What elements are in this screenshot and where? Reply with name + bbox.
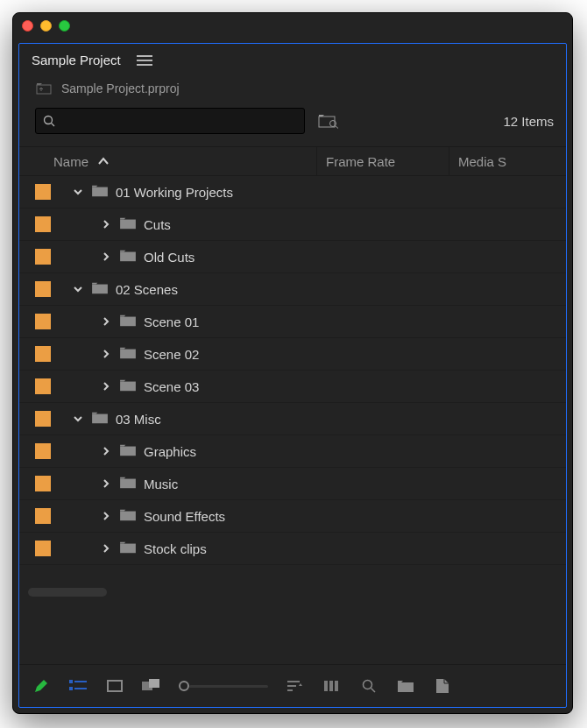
project-file-name: Sample Project.prproj: [61, 81, 180, 95]
svg-rect-27: [287, 689, 293, 691]
label-swatch[interactable]: [35, 216, 51, 232]
chevron-right-icon[interactable]: [96, 381, 116, 392]
chevron-right-icon[interactable]: [96, 349, 116, 359]
label-swatch[interactable]: [35, 346, 51, 362]
svg-rect-21: [74, 688, 87, 689]
column-header-name[interactable]: Name: [48, 147, 317, 175]
column-header-mediastart[interactable]: Media S: [449, 147, 566, 175]
chevron-right-icon[interactable]: [96, 478, 116, 489]
bin-icon: [116, 314, 144, 330]
svg-rect-26: [287, 685, 296, 687]
svg-rect-28: [324, 681, 328, 691]
project-table: Name Frame Rate Media S 01 Working Proje…: [19, 146, 566, 664]
label-swatch[interactable]: [35, 541, 51, 556]
column-header-framerate[interactable]: Frame Rate: [317, 147, 449, 175]
app-window: Sample Project Sample Project.prproj: [12, 12, 573, 714]
svg-rect-15: [120, 478, 136, 488]
row-label: Graphics: [144, 444, 196, 459]
table-row[interactable]: Sound Effects: [19, 500, 566, 533]
sort-icons-button[interactable]: [286, 676, 305, 696]
chevron-down-icon[interactable]: [68, 413, 88, 424]
label-swatch[interactable]: [35, 378, 51, 394]
label-swatch[interactable]: [35, 476, 51, 491]
table-row[interactable]: Music: [19, 468, 566, 500]
label-swatch[interactable]: [35, 443, 51, 459]
chevron-right-icon[interactable]: [96, 511, 116, 521]
row-label: 01 Working Projects: [116, 185, 233, 200]
table-row[interactable]: Cuts: [19, 209, 566, 241]
chevron-right-icon[interactable]: [96, 251, 116, 262]
row-label: 03 Misc: [116, 412, 161, 427]
search-bins-toggle[interactable]: [317, 112, 340, 130]
window-close-button[interactable]: [22, 20, 33, 32]
project-file-row: Sample Project.prproj: [19, 74, 566, 102]
svg-rect-7: [120, 219, 136, 229]
thumbnail-size-slider[interactable]: [179, 676, 268, 696]
chevron-right-icon[interactable]: [96, 316, 116, 327]
find-icon[interactable]: [359, 676, 378, 696]
window-minimize-button[interactable]: [40, 20, 52, 32]
table-row[interactable]: 03 Misc: [19, 403, 566, 435]
table-row[interactable]: 01 Working Projects: [19, 176, 566, 209]
row-label: Scene 02: [144, 347, 199, 362]
svg-line-2: [52, 124, 55, 127]
table-row[interactable]: Stock clips: [19, 533, 566, 565]
svg-rect-25: [287, 681, 300, 682]
horizontal-scroll-thumb[interactable]: [28, 588, 107, 597]
table-row[interactable]: Old Cuts: [19, 241, 566, 273]
search-input[interactable]: [62, 114, 297, 129]
table-row[interactable]: 02 Scenes: [19, 273, 566, 306]
pencil-icon[interactable]: [32, 676, 51, 696]
bin-icon: [88, 411, 116, 428]
row-label: Old Cuts: [144, 250, 194, 265]
row-label: Scene 03: [144, 379, 199, 394]
label-swatch[interactable]: [35, 184, 51, 200]
chevron-down-icon[interactable]: [68, 187, 88, 197]
svg-rect-12: [120, 381, 136, 391]
icon-view-icon[interactable]: [105, 676, 124, 696]
svg-rect-10: [120, 316, 136, 326]
label-swatch[interactable]: [35, 281, 51, 297]
label-swatch[interactable]: [35, 314, 51, 329]
list-view-icon[interactable]: [68, 676, 88, 696]
label-swatch[interactable]: [35, 508, 51, 524]
chevron-down-icon[interactable]: [68, 284, 88, 294]
table-row[interactable]: Scene 02: [19, 338, 566, 371]
panel-menu-icon[interactable]: [137, 55, 152, 66]
svg-rect-8: [120, 251, 136, 261]
panel-title: Sample Project: [32, 53, 121, 67]
chevron-right-icon[interactable]: [96, 446, 116, 456]
table-row[interactable]: Scene 01: [19, 306, 566, 338]
automate-sequence-icon[interactable]: [322, 676, 342, 696]
horizontal-scrollbar[interactable]: [28, 588, 557, 598]
freeform-view-icon[interactable]: [142, 676, 161, 696]
table-row[interactable]: Graphics: [19, 435, 566, 468]
items-count: 12 Items: [503, 114, 554, 129]
chevron-right-icon[interactable]: [96, 543, 116, 554]
search-box[interactable]: [35, 108, 305, 134]
table-row[interactable]: Scene 03: [19, 371, 566, 403]
svg-rect-13: [92, 413, 108, 423]
svg-rect-33: [398, 682, 414, 692]
window-zoom-button[interactable]: [59, 20, 70, 32]
chevron-right-icon[interactable]: [96, 219, 116, 230]
new-bin-icon[interactable]: [396, 676, 415, 696]
row-label: Scene 01: [144, 315, 199, 329]
svg-line-32: [371, 689, 376, 693]
bin-icon: [88, 184, 116, 201]
bin-icon: [116, 216, 144, 233]
panel-toolbar: [19, 664, 566, 707]
label-swatch[interactable]: [35, 249, 51, 265]
row-label: Sound Effects: [144, 509, 225, 524]
navigate-up-icon[interactable]: [35, 81, 53, 95]
svg-rect-18: [69, 680, 73, 683]
bin-icon: [88, 281, 116, 298]
svg-point-31: [364, 681, 372, 689]
svg-rect-20: [69, 687, 73, 690]
table-rows: 01 Working ProjectsCutsOld Cuts02 Scenes…: [19, 176, 566, 565]
svg-rect-19: [74, 681, 87, 682]
label-swatch[interactable]: [35, 411, 51, 427]
column-header-row: Name Frame Rate Media S: [19, 147, 566, 176]
new-item-icon[interactable]: [433, 676, 452, 696]
row-label: Music: [144, 477, 178, 491]
